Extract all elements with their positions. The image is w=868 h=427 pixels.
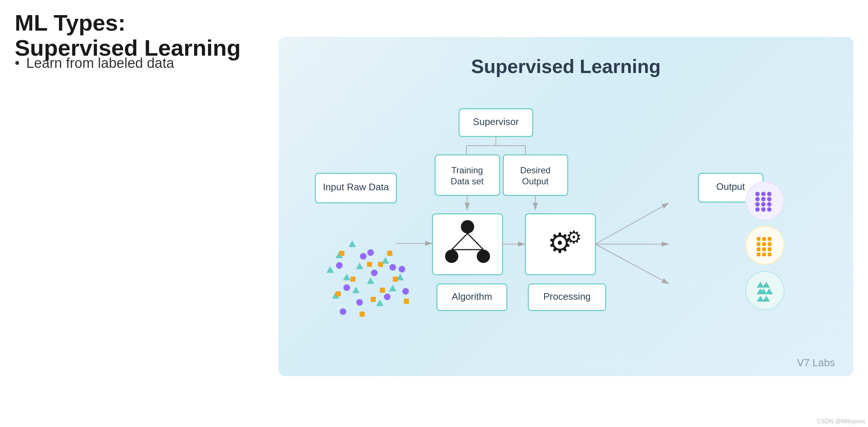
svg-rect-56 [757, 242, 760, 246]
svg-rect-55 [768, 237, 771, 241]
bullet-item-1: • Learn from labeled data [15, 55, 174, 71]
svg-text:Algorithm: Algorithm [452, 291, 492, 302]
svg-rect-63 [762, 253, 766, 256]
svg-rect-62 [757, 253, 760, 256]
svg-point-51 [767, 207, 771, 212]
svg-rect-58 [768, 242, 771, 246]
svg-point-41 [761, 192, 766, 196]
svg-marker-83 [349, 240, 356, 247]
svg-marker-76 [367, 277, 374, 284]
bullet-text-1: Learn from labeled data [26, 55, 174, 71]
svg-marker-79 [352, 287, 360, 293]
svg-point-47 [761, 202, 766, 206]
svg-rect-99 [336, 291, 341, 296]
svg-rect-8 [435, 155, 500, 195]
diagram-container: Supervised Learning Supervisor [279, 37, 853, 376]
svg-point-48 [767, 202, 771, 206]
svg-point-91 [336, 262, 343, 269]
svg-rect-98 [380, 288, 385, 293]
svg-marker-75 [343, 274, 350, 280]
svg-point-88 [389, 264, 396, 271]
svg-marker-80 [376, 299, 384, 306]
svg-marker-74 [356, 263, 363, 269]
bullet-dot: • [15, 55, 20, 71]
svg-rect-60 [762, 247, 766, 251]
svg-text:Desired: Desired [520, 165, 551, 175]
svg-text:Training: Training [451, 165, 483, 175]
svg-rect-100 [393, 277, 398, 282]
svg-rect-59 [757, 247, 760, 251]
svg-text:Supervisor: Supervisor [473, 116, 519, 127]
svg-rect-64 [768, 253, 771, 256]
svg-rect-57 [762, 242, 766, 246]
svg-rect-97 [350, 277, 356, 282]
svg-point-39 [746, 182, 784, 220]
svg-point-20 [461, 220, 474, 233]
svg-point-93 [367, 249, 374, 256]
svg-point-65 [746, 271, 784, 310]
svg-text:Processing: Processing [543, 291, 591, 302]
svg-marker-84 [389, 285, 396, 291]
svg-rect-106 [371, 297, 376, 302]
svg-line-34 [595, 203, 669, 244]
svg-point-43 [755, 197, 760, 201]
svg-rect-103 [404, 299, 409, 304]
svg-marker-77 [326, 266, 334, 273]
svg-rect-11 [503, 155, 568, 195]
svg-point-86 [371, 270, 378, 276]
svg-text:⚙: ⚙ [566, 228, 582, 247]
svg-point-94 [399, 266, 405, 272]
svg-point-42 [767, 192, 771, 196]
csdn-watermark: CSDN @Mlbypros [817, 418, 865, 425]
page-title: ML Types: Supervised Learning [15, 10, 254, 60]
svg-rect-96 [367, 262, 372, 267]
v7-labs-label: V7 Labs [797, 357, 835, 369]
svg-rect-53 [757, 237, 760, 241]
svg-point-85 [360, 253, 367, 260]
svg-point-95 [340, 308, 346, 315]
svg-text:Data set: Data set [451, 176, 484, 186]
svg-point-40 [755, 192, 760, 196]
svg-point-50 [761, 207, 766, 212]
svg-rect-61 [768, 247, 771, 251]
svg-text:Output: Output [716, 181, 745, 192]
bullet-points: • Learn from labeled data [15, 55, 174, 79]
svg-rect-102 [360, 312, 365, 317]
svg-point-92 [402, 288, 409, 295]
svg-rect-101 [378, 262, 383, 267]
svg-point-46 [755, 202, 760, 206]
svg-point-90 [356, 299, 363, 306]
svg-point-45 [767, 197, 771, 201]
svg-point-44 [761, 197, 766, 201]
svg-line-36 [595, 244, 669, 284]
diagram-content: Supervisor Training Data set Desired Out… [279, 92, 853, 380]
svg-rect-105 [387, 251, 392, 256]
diagram-title: Supervised Learning [279, 37, 853, 77]
svg-rect-54 [762, 237, 766, 241]
svg-point-22 [477, 250, 490, 263]
svg-point-87 [343, 284, 350, 291]
svg-text:Output: Output [522, 176, 549, 186]
svg-text:Input Raw Data: Input Raw Data [323, 181, 389, 192]
svg-point-49 [755, 207, 760, 212]
svg-rect-104 [339, 251, 344, 256]
svg-point-89 [384, 294, 391, 300]
svg-point-21 [445, 250, 458, 263]
